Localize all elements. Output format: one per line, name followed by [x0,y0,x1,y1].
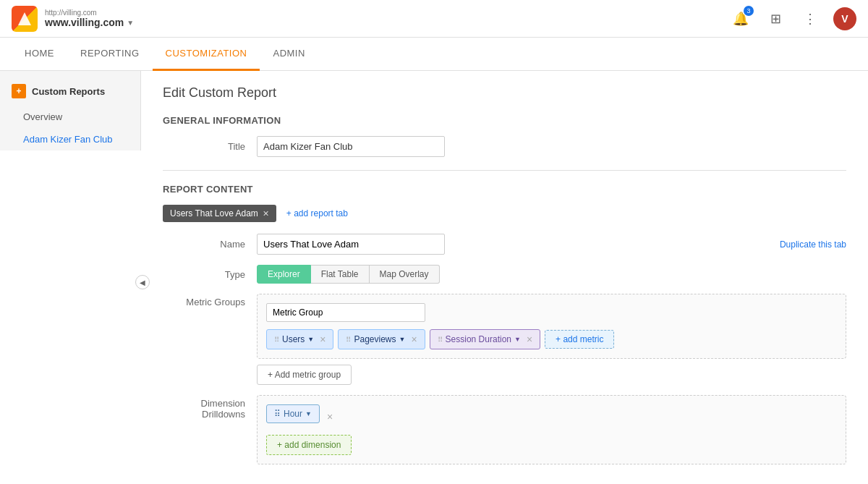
hour-label: Hour [284,409,302,419]
pageviews-dropdown-arrow[interactable]: ▼ [399,336,405,343]
metric-group-box: ⠿ Users ▼ × ⠿ Pageviews ▼ × [257,294,846,359]
metric-group-name-input[interactable] [266,303,425,322]
metrics-row: ⠿ Users ▼ × ⠿ Pageviews ▼ × [266,329,837,349]
metric-pill-pageviews: ⠿ Pageviews ▼ × [338,329,425,349]
main-content: Edit Custom Report General Information T… [141,71,868,479]
users-label: Users [282,334,305,344]
title-label: Title [163,141,257,152]
type-label: Type [163,269,257,280]
avatar[interactable]: V [833,7,856,30]
add-metric-button[interactable]: + add metric [545,330,614,349]
session-duration-remove[interactable]: × [527,334,532,345]
sidebar-item-overview[interactable]: Overview [0,106,140,128]
site-url-main[interactable]: www.villing.com ▼ [45,17,134,28]
dimension-drilldowns-row: Dimension Drilldowns ⠿ Hour ▼ × + add di… [163,395,846,464]
custom-reports-icon: + [12,84,26,98]
session-duration-drag-handle[interactable]: ⠿ [438,336,443,344]
tab-reporting[interactable]: REPORTING [67,38,153,71]
sidebar-collapse-button[interactable]: ◀ [135,275,150,289]
site-info: http://villing.com www.villing.com ▼ [45,9,134,28]
type-btn-explorer[interactable]: Explorer [257,265,311,284]
duplicate-link[interactable]: Duplicate this tab [780,239,846,250]
report-tab-close[interactable]: ✕ [263,209,269,218]
svg-marker-0 [18,12,31,25]
metric-pill-users: ⠿ Users ▼ × [266,329,333,349]
dimension-drilldowns-label: Dimension Drilldowns [163,395,257,420]
metric-groups-label: Metric Groups [163,294,257,307]
session-duration-label: Session Duration [446,334,511,344]
report-content-title: Report Content [163,184,846,195]
metric-groups-content: ⠿ Users ▼ × ⠿ Pageviews ▼ × [257,294,846,385]
sidebar-wrapper: + Custom Reports Overview Adam Kizer Fan… [0,71,141,479]
users-remove[interactable]: × [320,334,326,345]
sidebar-header-label: Custom Reports [32,86,105,97]
tab-admin[interactable]: ADMIN [260,38,318,71]
page-title: Edit Custom Report [163,85,846,101]
hour-dropdown-arrow[interactable]: ▼ [305,410,312,417]
notification-badge: 3 [744,6,754,16]
pageviews-drag-handle[interactable]: ⠿ [346,336,351,344]
users-dropdown-arrow[interactable]: ▼ [307,336,314,343]
nav-tabs: HOME REPORTING CUSTOMIZATION ADMIN [0,38,868,71]
topbar: http://villing.com www.villing.com ▼ 🔔 3… [0,0,868,38]
sidebar: + Custom Reports Overview Adam Kizer Fan… [0,71,141,150]
tab-strip: Users That Love Adam ✕ + add report tab [163,205,846,222]
dimension-content: ⠿ Hour ▼ × + add dimension [257,395,846,464]
name-row: Name Duplicate this tab [163,234,846,255]
name-input[interactable] [257,234,445,255]
topbar-right: 🔔 3 ⊞ ⋮ V [729,7,856,30]
type-btn-map-overlay[interactable]: Map Overlay [370,265,440,284]
sidebar-header[interactable]: + Custom Reports [0,77,140,106]
title-input[interactable] [257,136,445,157]
add-metric-group-button[interactable]: + Add metric group [257,365,352,385]
name-label: Name [163,239,257,250]
title-row: Title [163,136,846,157]
more-options-icon[interactable]: ⋮ [799,7,822,30]
report-tab-label: Users That Love Adam [170,208,258,218]
section-divider-1 [163,170,846,171]
logo-icon [12,6,38,32]
session-duration-dropdown-arrow[interactable]: ▼ [514,336,521,343]
general-information-section: General Information Title [163,115,846,157]
tab-customization[interactable]: CUSTOMIZATION [153,38,260,71]
metric-pill-session-duration: ⠿ Session Duration ▼ × [430,329,541,349]
metric-groups-row: Metric Groups ⠿ Users ▼ × [163,294,846,385]
report-content-section: Report Content Users That Love Adam ✕ + … [163,184,846,464]
general-info-title: General Information [163,115,846,126]
tab-home[interactable]: HOME [12,38,67,71]
type-row: Type Explorer Flat Table Map Overlay [163,265,846,284]
dimension-box: ⠿ Hour ▼ × + add dimension [257,395,846,464]
hour-remove[interactable]: × [327,411,333,423]
report-tab[interactable]: Users That Love Adam ✕ [163,205,276,222]
pageviews-label: Pageviews [354,334,396,344]
notification-bell[interactable]: 🔔 3 [729,7,752,30]
site-url-small: http://villing.com [45,9,134,17]
sidebar-item-adam-kizer[interactable]: Adam Kizer Fan Club [0,128,140,150]
type-btn-flat-table[interactable]: Flat Table [311,265,370,284]
dimension-pill-hour: ⠿ Hour ▼ [266,404,320,423]
site-dropdown-arrow[interactable]: ▼ [127,19,134,27]
add-tab-button[interactable]: + add report tab [281,205,354,221]
add-dimension-button[interactable]: + add dimension [266,435,352,455]
metric-group-name [266,303,837,322]
users-drag-handle[interactable]: ⠿ [274,336,279,344]
apps-icon[interactable]: ⊞ [764,7,787,30]
pageviews-remove[interactable]: × [411,334,417,345]
topbar-left: http://villing.com www.villing.com ▼ [12,6,134,32]
layout: + Custom Reports Overview Adam Kizer Fan… [0,71,868,479]
hour-drag-handle[interactable]: ⠿ [274,409,281,419]
type-buttons: Explorer Flat Table Map Overlay [257,265,440,284]
